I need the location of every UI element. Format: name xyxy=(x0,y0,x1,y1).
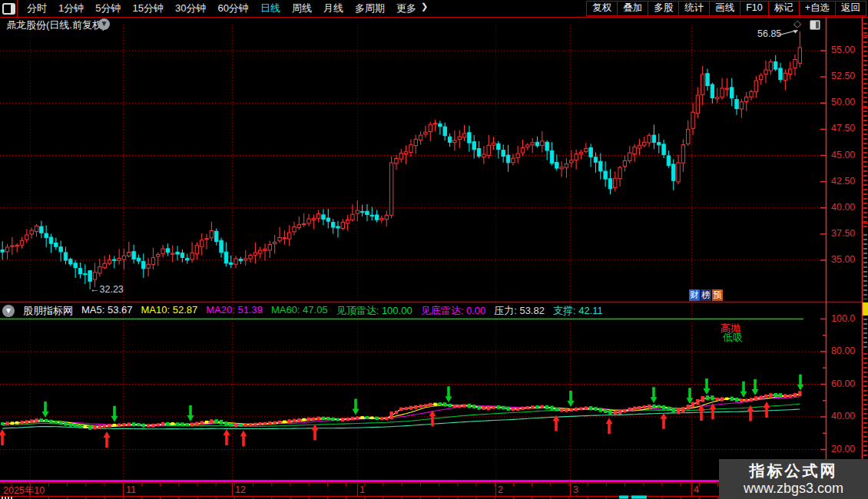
watermark: 指标公式网 www.zbgs3.com xyxy=(719,459,868,499)
right-strip-ticks-mid xyxy=(863,234,867,299)
indicator-header: ▼ 股朋指标网 MA5: 53.67MA10: 52.87MA20: 51.39… xyxy=(2,304,603,318)
caibangyu-badge[interactable]: 财榜预 xyxy=(689,289,723,301)
time-axis-label: 1 xyxy=(359,484,365,495)
sub-axis-label: 20.00 xyxy=(831,444,855,454)
indicator-field-6: 压力: 53.82 xyxy=(494,304,545,318)
action-button-6[interactable]: 标记 xyxy=(768,1,800,16)
indicator-field-0: MA5: 53.67 xyxy=(81,304,133,318)
mini-panel-icon[interactable] xyxy=(810,20,820,30)
action-buttons: 复权叠加多股统计画线F10标记+自选返回 xyxy=(587,1,866,16)
more-chevron-icon: ❯ xyxy=(421,2,428,15)
period-tab-6[interactable]: 日线 xyxy=(260,2,280,15)
indicator-field-1: MA10: 52.87 xyxy=(141,304,198,318)
main-axis-label: 42.50 xyxy=(831,176,855,187)
action-button-1[interactable]: 叠加 xyxy=(617,1,648,16)
chart-title: 鼎龙股份(日线.前复权) xyxy=(6,18,105,32)
time-axis-label: 12 xyxy=(235,484,246,495)
watermark-title: 指标公式网 xyxy=(750,461,838,480)
indicator-values: MA5: 53.67MA10: 52.87MA20: 51.39MA60: 47… xyxy=(81,304,603,318)
badge-char-1: 榜 xyxy=(701,289,711,301)
chart-title-row: 鼎龙股份(日线.前复权) ▼ ◇ xyxy=(0,17,868,31)
period-tab-1[interactable]: 1分钟 xyxy=(58,2,84,15)
action-button-3[interactable]: 统计 xyxy=(678,1,710,16)
indicator-collapse-icon[interactable]: ▼ xyxy=(2,305,15,317)
action-button-2[interactable]: 多股 xyxy=(648,1,679,16)
time-axis-label: 3 xyxy=(573,484,578,495)
indicator-field-2: MA20: 51.39 xyxy=(206,304,263,318)
sub-axis-label: 100.0 xyxy=(831,313,855,324)
trading-app-window: 分时1分钟5分钟15分钟30分钟60分钟日线周线月线多周期更多❯ 复权叠加多股统… xyxy=(0,0,868,499)
period-tab-0[interactable]: 分时 xyxy=(27,2,47,15)
period-tabs: 分时1分钟5分钟15分钟30分钟60分钟日线周线月线多周期更多❯ xyxy=(27,2,428,15)
main-axis-label: 40.00 xyxy=(831,202,855,213)
period-tab-9[interactable]: 多周期 xyxy=(355,2,385,15)
badge-char-0: 财 xyxy=(689,289,700,301)
watermark-url: www.zbgs3.com xyxy=(744,480,843,497)
period-tab-3[interactable]: 15分钟 xyxy=(132,2,163,15)
action-button-8[interactable]: 返回 xyxy=(835,1,866,16)
action-button-4[interactable]: 画线 xyxy=(709,1,740,16)
period-toolbar: 分时1分钟5分钟15分钟30分钟60分钟日线周线月线多周期更多❯ 复权叠加多股统… xyxy=(0,0,868,18)
indicator-field-7: 支撑: 42.11 xyxy=(553,304,603,318)
chart-canvas xyxy=(0,0,868,499)
indicator-field-5: 见底雷达: 0.00 xyxy=(421,304,486,318)
right-strip-ticks-low xyxy=(863,319,867,349)
low-price-label: ←32.23 xyxy=(90,284,124,295)
main-axis-label: 47.50 xyxy=(831,123,855,134)
diamond-icon[interactable]: ◇ xyxy=(793,18,801,29)
period-tab-5[interactable]: 60分钟 xyxy=(217,2,248,15)
indicator-field-4: 见顶雷达: 100.00 xyxy=(336,304,412,318)
main-axis-label: 55.00 xyxy=(831,45,855,55)
sub-axis-label: 40.00 xyxy=(831,411,855,421)
sub-axis-label: 80.00 xyxy=(831,345,855,356)
period-tab-8[interactable]: 月线 xyxy=(323,2,343,15)
period-tab-10[interactable]: 更多 xyxy=(396,2,416,15)
badge-char-2: 预 xyxy=(712,289,723,301)
time-axis-label: 2 xyxy=(498,484,503,495)
main-axis-label: 50.00 xyxy=(831,97,855,107)
time-axis-label: 2025年10 xyxy=(3,484,45,497)
period-tab-7[interactable]: 周线 xyxy=(292,2,312,15)
period-tab-4[interactable]: 30分钟 xyxy=(175,2,206,15)
indicator-field-3: MA60: 47.05 xyxy=(271,304,328,318)
main-axis-label: 37.50 xyxy=(831,228,855,239)
title-dropdown-icon[interactable]: ▼ xyxy=(98,18,110,30)
right-strip-ticks-top xyxy=(863,23,867,230)
dixi-label: 低吸 xyxy=(723,331,743,345)
time-axis-label: 4 xyxy=(694,484,699,495)
right-strip-ticks-bottom xyxy=(863,353,867,457)
main-axis-label: 35.00 xyxy=(831,254,855,265)
action-button-0[interactable]: 复权 xyxy=(586,1,618,16)
sub-axis-label: 60.00 xyxy=(831,378,855,389)
panel-toggle-icon xyxy=(2,3,15,15)
time-axis-label: 11 xyxy=(126,484,136,495)
period-tab-2[interactable]: 5分钟 xyxy=(95,2,121,15)
right-strip-active-tab[interactable] xyxy=(863,302,868,316)
action-button-7[interactable]: +自选 xyxy=(799,1,836,16)
main-axis-label: 45.00 xyxy=(831,150,855,160)
layout-toggle-button[interactable] xyxy=(0,0,18,17)
indicator-name: 股朋指标网 xyxy=(23,304,73,318)
action-button-5[interactable]: F10 xyxy=(740,1,769,16)
main-axis-label: 52.50 xyxy=(831,71,855,81)
